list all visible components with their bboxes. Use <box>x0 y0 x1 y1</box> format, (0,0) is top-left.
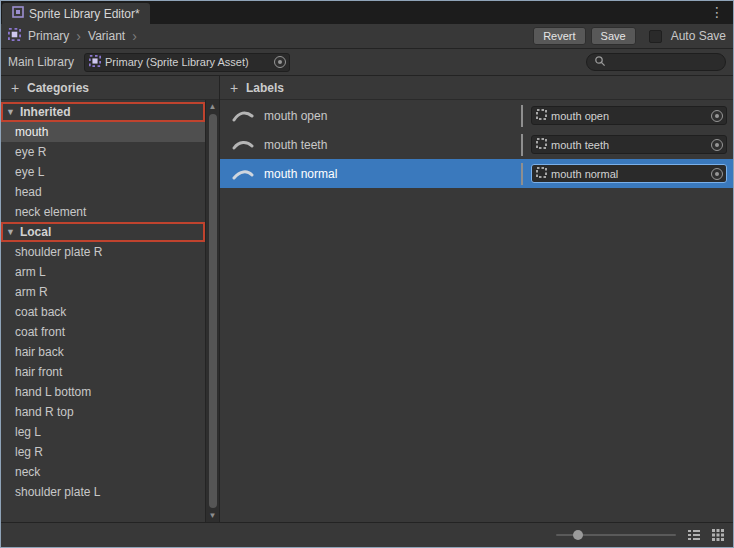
label-name: mouth open <box>264 109 327 123</box>
category-label: coat back <box>15 305 66 319</box>
category-row[interactable]: eye R <box>1 142 205 162</box>
object-picker-icon[interactable] <box>711 110 723 122</box>
auto-save-checkbox[interactable] <box>649 30 662 43</box>
scrollbar-thumb[interactable] <box>209 114 217 508</box>
category-row[interactable]: coat front <box>1 322 205 342</box>
category-label: hair front <box>15 365 62 379</box>
category-label: eye L <box>15 165 44 179</box>
save-button[interactable]: Save <box>591 27 636 45</box>
object-picker-icon[interactable] <box>274 56 286 68</box>
label-name: mouth teeth <box>264 138 327 152</box>
auto-save-label: Auto Save <box>671 29 726 43</box>
object-field-value: mouth teeth <box>551 139 707 151</box>
category-group-inherited[interactable]: ▼Inherited <box>1 102 205 122</box>
revert-button[interactable]: Revert <box>533 27 585 45</box>
category-row-mouth[interactable]: mouth <box>1 122 205 142</box>
scroll-up-icon[interactable]: ▲ <box>209 101 217 112</box>
category-label: hand R top <box>15 405 74 419</box>
label-object-field[interactable]: mouth teeth <box>531 135 727 154</box>
category-label: leg R <box>15 445 43 459</box>
category-row[interactable]: leg R <box>1 442 205 462</box>
breadcrumb-primary[interactable]: Primary <box>26 29 71 43</box>
object-picker-icon[interactable] <box>711 168 723 180</box>
mouth-sprite-icon <box>230 138 256 152</box>
category-row[interactable]: hand L bottom <box>1 382 205 402</box>
search-field[interactable] <box>586 53 726 71</box>
category-row[interactable]: hair front <box>1 362 205 382</box>
zoom-slider-thumb[interactable] <box>573 530 583 540</box>
grid-view-icon[interactable] <box>712 529 724 541</box>
category-row[interactable]: shoulder plate L <box>1 482 205 502</box>
categories-header: + Categories <box>1 76 219 100</box>
sprite-icon <box>536 167 547 181</box>
category-row[interactable]: hair back <box>1 342 205 362</box>
sprite-library-asset-icon <box>89 55 101 70</box>
tab-sprite-library-editor[interactable]: Sprite Library Editor* <box>2 3 150 24</box>
primary-library-icon <box>8 28 21 44</box>
sprite-library-editor-window: Sprite Library Editor* ⋮ Primary › Varia… <box>0 0 734 548</box>
object-field-value: mouth open <box>551 110 707 122</box>
category-group-local[interactable]: ▼Local <box>1 222 205 242</box>
search-icon <box>594 55 606 70</box>
category-label: leg L <box>15 425 41 439</box>
category-label: head <box>15 185 42 199</box>
main-library-label: Main Library <box>8 55 74 69</box>
category-row[interactable]: hand R top <box>1 402 205 422</box>
object-picker-icon[interactable] <box>711 139 723 151</box>
category-row[interactable]: neck element <box>1 202 205 222</box>
mouth-sprite-icon <box>230 167 256 181</box>
add-label-icon[interactable]: + <box>229 80 239 96</box>
breadcrumb-variant[interactable]: Variant <box>86 29 127 43</box>
label-row[interactable]: mouth teeth mouth teeth <box>220 130 733 159</box>
category-row[interactable]: head <box>1 182 205 202</box>
column-resize-handle[interactable] <box>521 163 523 185</box>
category-label: eye R <box>15 145 46 159</box>
add-category-icon[interactable]: + <box>10 80 20 96</box>
category-row[interactable]: neck <box>1 462 205 482</box>
main-library-bar: Main Library Primary (Sprite Library Ass… <box>1 49 733 76</box>
category-row[interactable]: arm L <box>1 262 205 282</box>
category-row[interactable]: coat back <box>1 302 205 322</box>
category-label: hand L bottom <box>15 385 91 399</box>
category-label: arm L <box>15 265 46 279</box>
category-label: neck element <box>15 205 86 219</box>
main-library-object-field[interactable]: Primary (Sprite Library Asset) <box>84 53 290 72</box>
footer-bar <box>1 522 733 547</box>
search-input[interactable] <box>611 56 718 68</box>
category-row[interactable]: eye L <box>1 162 205 182</box>
category-row[interactable]: arm R <box>1 282 205 302</box>
label-object-field[interactable]: mouth open <box>531 106 727 125</box>
tab-bar: Sprite Library Editor* ⋮ <box>1 1 733 24</box>
sprite-icon <box>536 109 547 123</box>
category-row[interactable]: shoulder plate R <box>1 242 205 262</box>
label-row-selected[interactable]: mouth normal mouth normal <box>220 159 733 188</box>
content: + Categories ▼Inherited mouth eye R eye … <box>1 76 733 522</box>
mouth-sprite-icon <box>230 109 256 123</box>
labels-header-label: Labels <box>246 81 284 95</box>
object-field-value: Primary (Sprite Library Asset) <box>105 56 270 68</box>
column-resize-handle[interactable] <box>521 105 523 127</box>
foldout-arrow-icon[interactable]: ▼ <box>6 107 15 117</box>
zoom-slider[interactable] <box>556 528 676 542</box>
tab-title: Sprite Library Editor* <box>29 7 140 21</box>
label-list: mouth open mouth open mout <box>220 100 733 522</box>
list-view-icon[interactable] <box>688 529 700 541</box>
label-row[interactable]: mouth open mouth open <box>220 101 733 130</box>
category-group-label: Inherited <box>20 105 71 119</box>
labels-header: + Labels <box>220 76 733 100</box>
breadcrumb-separator-icon: › <box>76 29 81 43</box>
scroll-down-icon[interactable]: ▼ <box>209 510 217 521</box>
categories-header-label: Categories <box>27 81 89 95</box>
foldout-arrow-icon[interactable]: ▼ <box>6 227 15 237</box>
column-resize-handle[interactable] <box>521 134 523 156</box>
window-menu-icon[interactable]: ⋮ <box>710 4 724 20</box>
label-name: mouth normal <box>264 167 337 181</box>
sprite-icon <box>536 138 547 152</box>
sprite-library-editor-icon <box>12 6 24 21</box>
categories-scrollbar[interactable]: ▲ ▼ <box>205 100 219 522</box>
label-object-field[interactable]: mouth normal <box>531 164 727 183</box>
category-label: neck <box>15 465 40 479</box>
category-list: ▼Inherited mouth eye R eye L head neck e… <box>1 100 205 522</box>
category-label: mouth <box>15 125 48 139</box>
category-row[interactable]: leg L <box>1 422 205 442</box>
